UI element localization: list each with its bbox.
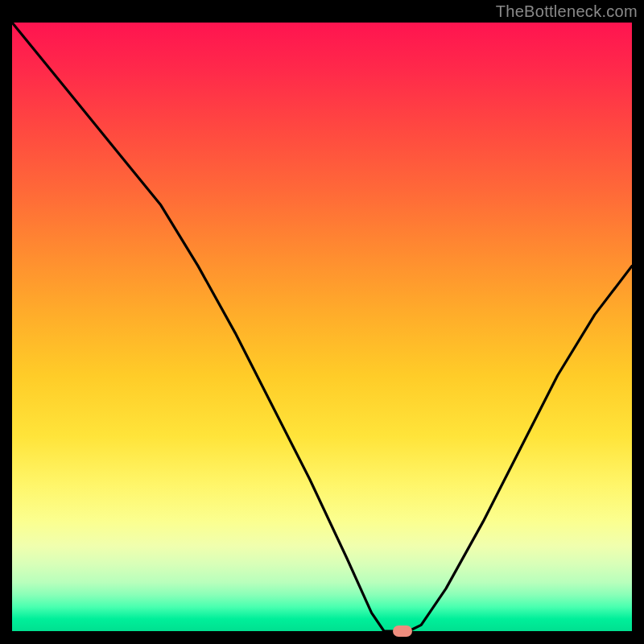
optimal-point-marker — [393, 625, 412, 637]
chart-frame: TheBottleneck.com — [0, 0, 644, 644]
plot-area — [12, 23, 632, 631]
watermark-text: TheBottleneck.com — [496, 2, 638, 21]
bottleneck-curve — [12, 23, 632, 631]
bottleneck-curve-path — [12, 23, 632, 631]
